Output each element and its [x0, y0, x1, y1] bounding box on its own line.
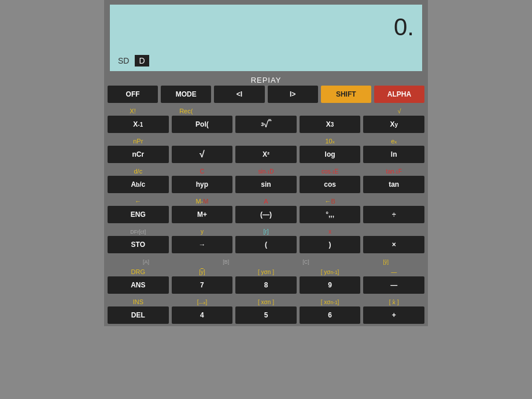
label-c: C — [172, 164, 233, 175]
btn-xsquared[interactable]: X² — [235, 146, 297, 163]
btn-deg[interactable]: °,,, — [300, 206, 361, 223]
alpha-button[interactable]: ALPHA — [374, 86, 424, 103]
label-row-5a: DFr[ct] y [r] x — [108, 224, 424, 235]
btn-sin[interactable]: sin — [235, 176, 297, 193]
label-a: A — [235, 194, 297, 205]
button-row-2: nCr √ X² log ln — [108, 146, 424, 163]
btn-sto[interactable]: STO — [108, 236, 169, 253]
btn-7[interactable]: 7 — [172, 276, 233, 294]
label-empty5 — [235, 134, 297, 145]
btn-openparen[interactable]: ( — [235, 236, 297, 253]
btn-divide[interactable]: ÷ — [363, 206, 424, 223]
label-row-5b: [A] [B] [C] [ŷ] — [108, 254, 424, 265]
label-a-bracket: [A] — [108, 254, 184, 265]
btn-xinverse[interactable]: X-1 — [108, 116, 169, 133]
label-row-1: X! Rec( √ — [108, 104, 424, 114]
btn-hyp[interactable]: hyp — [172, 176, 233, 193]
btn-abc[interactable]: Ab/c — [108, 176, 169, 193]
mode-button[interactable]: MODE — [161, 86, 211, 103]
label-row-6: DRG [ y ] [ yσn ] [ yσn-1 ] — — [108, 265, 424, 275]
button-row-7: DEL 4 5 6 + — [108, 306, 424, 324]
btn-pol[interactable]: Pol( — [172, 116, 233, 133]
label-yhat2: — — [363, 265, 424, 275]
btn-mplus[interactable]: M+ — [172, 206, 233, 223]
btn-9[interactable]: 9 — [300, 276, 361, 294]
label-sqrt-y: √ — [374, 104, 424, 114]
label-empty7 — [363, 224, 424, 235]
label-row-7: INS [ —x ] [ xσn ] [ xσn-1 ] [ x̂ ] — [108, 295, 424, 305]
label-x-small: x — [300, 224, 361, 235]
label-npr: nPr — [108, 134, 169, 145]
label-ins: INS — [108, 295, 169, 305]
sd-label: SD — [118, 56, 129, 65]
label-dfrct: DFr[ct] — [108, 224, 169, 235]
label-empty4 — [172, 134, 233, 145]
label-empty3 — [321, 104, 371, 114]
label-ysigman: [ yσn ] — [235, 265, 297, 275]
label-empty1 — [214, 104, 264, 114]
label-ybar: [ y ] — [172, 265, 233, 275]
label-xinverse: X! — [108, 104, 158, 114]
btn-parentheses[interactable]: (—) — [235, 206, 297, 223]
btn-cuberoot[interactable]: 3√‾ — [235, 116, 297, 133]
label-mm: M- M — [172, 194, 233, 205]
btn-6[interactable]: 6 — [300, 306, 361, 324]
btn-multiply[interactable]: × — [363, 236, 424, 253]
label-ex: ex — [363, 134, 424, 145]
btn-eng[interactable]: ENG — [108, 206, 169, 223]
label-row-3: d/c C sin-1D cos-1E tan-1F — [108, 164, 424, 175]
label-c-bracket: [C] — [268, 254, 345, 265]
btn-del[interactable]: DEL — [108, 306, 169, 324]
calculator: 0. SD D REPIAY OFF MODE <I I> SHIFT ALPH… — [104, 0, 428, 326]
button-row-5: STO → ( ) × — [108, 236, 424, 253]
btn-ans[interactable]: ANS — [108, 276, 169, 294]
btn-log[interactable]: log — [300, 146, 361, 163]
button-row-6: ANS 7 8 9 — — [108, 276, 424, 294]
label-xy: [ —x ] — [172, 295, 233, 305]
off-button[interactable]: OFF — [108, 86, 158, 103]
label-leftb: ←B — [300, 194, 361, 205]
label-rec: Rec( — [161, 104, 211, 114]
btn-cos[interactable]: cos — [300, 176, 361, 193]
label-row-4: ← M- M A ←B — [108, 194, 424, 205]
label-drg: DRG — [108, 265, 169, 275]
btn-minus[interactable]: — — [363, 276, 424, 294]
btn-sqrt[interactable]: √ — [172, 146, 233, 163]
label-arrow-left: ← — [108, 194, 169, 205]
label-dc: d/c — [108, 164, 169, 175]
btn-ln[interactable]: ln — [363, 146, 424, 163]
left-button[interactable]: <I — [214, 86, 264, 103]
btn-tan[interactable]: tan — [363, 176, 424, 193]
replay-label: REPIAY — [104, 76, 428, 84]
label-r: [r] — [235, 224, 297, 235]
label-xhat: [ x̂ ] — [363, 295, 424, 305]
btn-4[interactable]: 4 — [172, 306, 233, 324]
btn-plus[interactable]: + — [363, 306, 424, 324]
display-status: SD D — [118, 55, 414, 66]
label-cos1e: cos-1E — [300, 164, 361, 175]
label-yhat-bracket: [ŷ] — [348, 254, 424, 265]
btn-xy[interactable]: Xy — [363, 116, 424, 133]
btn-closeparen[interactable]: ) — [300, 236, 361, 253]
shift-button[interactable]: SHIFT — [321, 86, 371, 103]
label-ysigman1: [ yσn-1 ] — [300, 265, 361, 275]
label-tan1f: tan-1F — [363, 164, 424, 175]
label-xsigman1: [ xσn-1 ] — [300, 295, 361, 305]
label-sin1d: sin-1D — [235, 164, 297, 175]
btn-arrow[interactable]: → — [172, 236, 233, 253]
right-button[interactable]: I> — [268, 86, 318, 103]
button-row-3: Ab/c hyp sin cos tan — [108, 176, 424, 193]
btn-8[interactable]: 8 — [235, 276, 297, 294]
btn-xcubed[interactable]: X3 — [300, 116, 361, 133]
label-y-small: y — [172, 224, 233, 235]
button-row-4: ENG M+ (—) °,,, ÷ — [108, 206, 424, 223]
btn-5[interactable]: 5 — [235, 306, 297, 324]
label-empty6 — [363, 194, 424, 205]
button-row-1: X-1 Pol( 3√‾ X3 Xy — [108, 116, 424, 133]
btn-ncr[interactable]: nCr — [108, 146, 169, 163]
label-10x: 10x — [300, 134, 361, 145]
label-empty2 — [268, 104, 318, 114]
display-screen: 0. SD D — [110, 5, 422, 71]
label-row-2: nPr 10x ex — [108, 134, 424, 145]
display-value: 0. — [118, 15, 414, 39]
